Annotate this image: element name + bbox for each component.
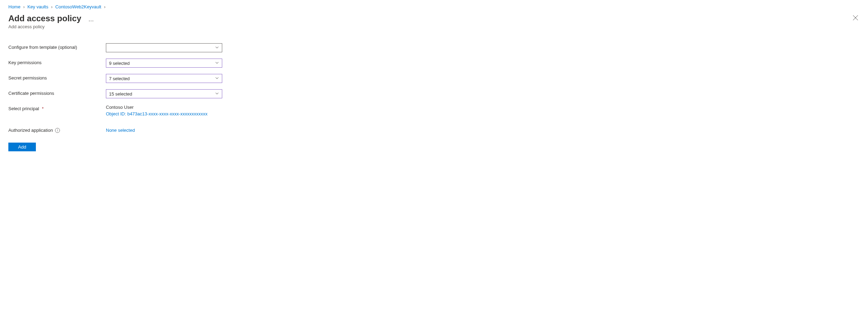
chevron-down-icon [215, 91, 219, 97]
principal-object-id-link[interactable]: Object ID: b473ac13-xxxx-xxxx-xxxx-xxxxx… [106, 111, 222, 116]
certificate-permissions-value: 15 selected [109, 91, 132, 97]
principal-name: Contoso User [106, 105, 222, 110]
chevron-down-icon [215, 61, 219, 66]
chevron-right-icon: › [23, 5, 25, 9]
authorized-application-label: Authorized application i [8, 126, 106, 133]
breadcrumb: Home › Key vaults › ContosoWeb2Keyvault … [8, 4, 860, 9]
key-permissions-value: 9 selected [109, 61, 130, 66]
add-button[interactable]: Add [8, 143, 36, 151]
info-icon[interactable]: i [55, 128, 60, 133]
breadcrumb-key-vaults[interactable]: Key vaults [28, 4, 48, 9]
chevron-right-icon: › [104, 5, 106, 9]
secret-permissions-value: 7 selected [109, 76, 130, 81]
page-header: Add access policy … Add access policy [8, 14, 860, 29]
certificate-permissions-select[interactable]: 15 selected [106, 89, 222, 98]
key-permissions-select[interactable]: 9 selected [106, 59, 222, 68]
key-permissions-label: Key permissions [8, 59, 106, 65]
chevron-down-icon [215, 76, 219, 81]
close-button[interactable] [851, 14, 860, 23]
secret-permissions-label: Secret permissions [8, 74, 106, 81]
chevron-down-icon [215, 45, 219, 51]
select-principal-label: Select principal* [8, 105, 106, 111]
page-title: Add access policy [8, 14, 81, 23]
authorized-application-link[interactable]: None selected [106, 126, 222, 133]
more-icon[interactable]: … [88, 16, 94, 23]
certificate-permissions-label: Certificate permissions [8, 89, 106, 96]
secret-permissions-select[interactable]: 7 selected [106, 74, 222, 83]
page-subtitle: Add access policy [8, 24, 94, 29]
breadcrumb-home[interactable]: Home [8, 4, 21, 9]
template-label: Configure from template (optional) [8, 43, 106, 50]
breadcrumb-vault-name[interactable]: ContosoWeb2Keyvault [55, 4, 101, 9]
close-icon [853, 15, 858, 21]
chevron-right-icon: › [51, 5, 53, 9]
template-select[interactable] [106, 43, 222, 52]
form-body: Configure from template (optional) Key p… [8, 43, 322, 151]
